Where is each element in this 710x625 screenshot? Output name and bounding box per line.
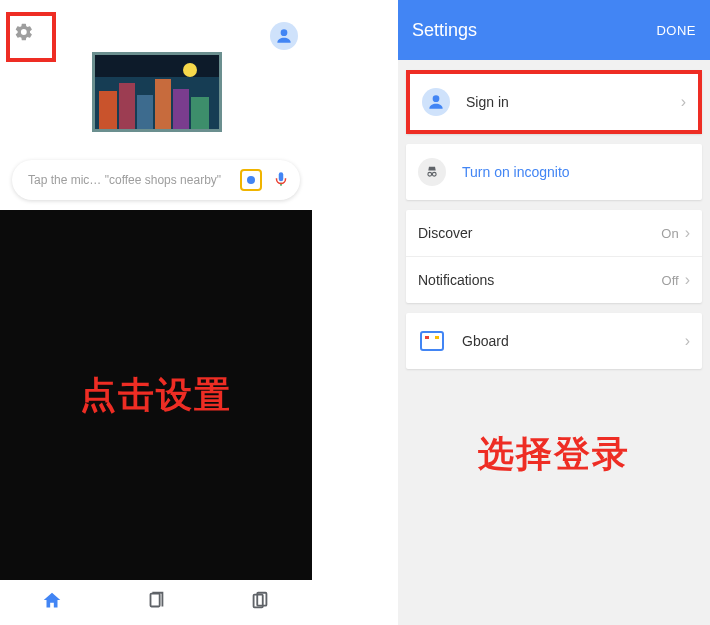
svg-point-0 (281, 29, 288, 36)
settings-body: Sign in › Turn on incognito Discover On … (398, 60, 710, 389)
profile-avatar-icon[interactable] (270, 22, 298, 50)
svg-point-7 (428, 172, 432, 176)
signin-card: Sign in › (406, 70, 702, 134)
gboard-label: Gboard (462, 333, 685, 349)
discover-value: On (661, 226, 678, 241)
settings-screen: Settings DONE Sign in › (398, 0, 710, 625)
chevron-right-icon: › (685, 224, 690, 242)
signin-label: Sign in (466, 94, 681, 110)
notifications-value: Off (662, 273, 679, 288)
settings-gear-icon[interactable] (14, 22, 34, 47)
voice-mic-icon[interactable] (272, 170, 290, 191)
discover-row[interactable]: Discover On › (406, 210, 702, 256)
search-bar[interactable]: Tap the mic… "coffee shops nearby" (12, 160, 300, 200)
left-caption: 点击设置 (80, 371, 232, 420)
incognito-row[interactable]: Turn on incognito (406, 144, 702, 200)
signin-avatar-icon (422, 88, 450, 116)
done-button[interactable]: DONE (656, 23, 696, 38)
gboard-card: Gboard › (406, 313, 702, 369)
settings-header: Settings DONE (398, 0, 710, 60)
gboard-row[interactable]: Gboard › (406, 313, 702, 369)
chevron-right-icon: › (681, 93, 686, 111)
feed-settings-card: Discover On › Notifications Off › (406, 210, 702, 303)
gboard-icon (420, 331, 444, 351)
google-app-home-screen: Tap the mic… "coffee shops nearby" 点击设置 (0, 0, 312, 625)
chevron-right-icon: › (685, 332, 690, 350)
incognito-label: Turn on incognito (462, 164, 690, 180)
home-dark-area: 点击设置 (0, 210, 312, 580)
right-caption: 选择登录 (398, 430, 710, 479)
incognito-icon (418, 158, 446, 186)
bottom-nav-bar (0, 580, 312, 625)
svg-rect-1 (279, 172, 284, 181)
discover-label: Discover (418, 225, 661, 241)
chevron-right-icon: › (685, 271, 690, 289)
home-top-area: Tap the mic… "coffee shops nearby" (0, 0, 312, 210)
recent-tab-icon[interactable] (249, 590, 271, 616)
incognito-card: Turn on incognito (406, 144, 702, 200)
google-lens-icon[interactable] (240, 169, 262, 191)
google-doodle-image[interactable] (92, 52, 222, 132)
notifications-row[interactable]: Notifications Off › (406, 257, 702, 303)
settings-title: Settings (412, 20, 477, 41)
signin-row[interactable]: Sign in › (406, 70, 702, 134)
svg-rect-3 (151, 593, 160, 606)
svg-point-6 (433, 95, 440, 102)
search-placeholder: Tap the mic… "coffee shops nearby" (28, 173, 240, 187)
collections-tab-icon[interactable] (145, 590, 167, 616)
home-tab-icon[interactable] (41, 590, 63, 616)
svg-point-8 (432, 172, 436, 176)
notifications-label: Notifications (418, 272, 662, 288)
